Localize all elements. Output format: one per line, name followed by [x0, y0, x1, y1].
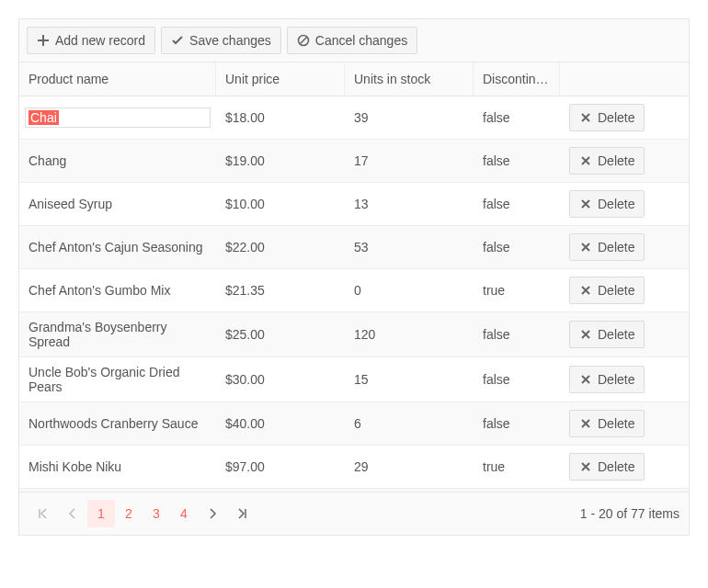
cell-unit-price[interactable]: $22.00: [216, 226, 345, 268]
cell-commands: Delete: [560, 183, 689, 225]
cell-units-in-stock[interactable]: 31: [345, 489, 474, 492]
cell-units-in-stock[interactable]: 120: [345, 312, 474, 356]
delete-button[interactable]: Delete: [569, 410, 645, 437]
cell-units-in-stock[interactable]: 0: [345, 269, 474, 311]
plus-icon: [37, 34, 50, 47]
close-icon: [579, 460, 592, 473]
pager-last-button[interactable]: [229, 500, 257, 527]
delete-label: Delete: [598, 459, 634, 474]
cancel-changes-button[interactable]: Cancel changes: [287, 27, 417, 54]
cell-product-name[interactable]: Mishi Kobe Niku: [19, 446, 216, 488]
add-new-record-label: Add new record: [55, 33, 145, 48]
column-header-units-in-stock[interactable]: Units in stock: [345, 62, 474, 96]
cell-unit-price[interactable]: $30.00: [216, 357, 345, 401]
cell-product-name[interactable]: Ikura: [19, 489, 216, 492]
cell-units-in-stock[interactable]: 53: [345, 226, 474, 268]
cell-unit-price[interactable]: $31.00: [216, 489, 345, 492]
table-row: Chai$18.0039falseDelete: [19, 96, 689, 140]
cell-units-in-stock[interactable]: 6: [345, 402, 474, 445]
cell-discontinued[interactable]: false: [474, 312, 560, 356]
grid-toolbar: Add new record Save changes Cancel chang…: [19, 19, 689, 62]
cell-commands: Delete: [560, 140, 689, 182]
cancel-changes-label: Cancel changes: [315, 33, 407, 48]
delete-label: Delete: [598, 283, 634, 298]
cell-units-in-stock[interactable]: 29: [345, 446, 474, 488]
pager-page-4[interactable]: 4: [170, 500, 198, 527]
cell-commands: Delete: [560, 226, 689, 268]
cell-discontinued[interactable]: true: [474, 269, 560, 311]
cell-units-in-stock[interactable]: 15: [345, 357, 474, 401]
column-header-unit-price[interactable]: Unit price: [216, 62, 345, 96]
cell-product-name[interactable]: Chef Anton's Gumbo Mix: [19, 269, 216, 311]
table-row: Mishi Kobe Niku$97.0029trueDelete: [19, 446, 689, 489]
cell-product-name[interactable]: Chai: [19, 96, 216, 139]
pager-next-button[interactable]: [200, 500, 227, 527]
cell-unit-price[interactable]: $25.00: [216, 312, 345, 356]
cell-unit-price[interactable]: $18.00: [216, 96, 345, 139]
cell-product-name[interactable]: Chef Anton's Cajun Seasoning: [19, 226, 216, 268]
column-header-commands: [560, 62, 689, 96]
table-row: Chef Anton's Gumbo Mix$21.350trueDelete: [19, 269, 689, 312]
column-header-product-name[interactable]: Product name: [19, 62, 216, 96]
cell-unit-price[interactable]: $40.00: [216, 402, 345, 445]
table-row: Ikura$31.0031falseDelete: [19, 489, 689, 492]
cell-discontinued[interactable]: false: [474, 96, 560, 139]
table-row: Chef Anton's Cajun Seasoning$22.0053fals…: [19, 226, 689, 269]
check-icon: [171, 34, 184, 47]
grid-body: Chai$18.0039falseDeleteChang$19.0017fals…: [19, 96, 689, 492]
cell-units-in-stock[interactable]: 17: [345, 140, 474, 182]
close-icon: [579, 417, 592, 430]
delete-label: Delete: [598, 153, 634, 168]
cell-discontinued[interactable]: false: [474, 357, 560, 401]
pager-page-2[interactable]: 2: [115, 500, 143, 527]
table-row: Chang$19.0017falseDelete: [19, 140, 689, 183]
delete-label: Delete: [598, 416, 634, 431]
cell-product-name[interactable]: Chang: [19, 140, 216, 182]
pager-first-button[interactable]: [29, 500, 56, 527]
cell-units-in-stock[interactable]: 39: [345, 96, 474, 139]
cell-units-in-stock[interactable]: 13: [345, 183, 474, 225]
pager-prev-button[interactable]: [58, 500, 86, 527]
close-icon: [579, 111, 592, 124]
cell-discontinued[interactable]: false: [474, 183, 560, 225]
cell-product-name[interactable]: Aniseed Syrup: [19, 183, 216, 225]
cell-unit-price[interactable]: $19.00: [216, 140, 345, 182]
cell-product-name[interactable]: Uncle Bob's Organic Dried Pears: [19, 357, 216, 401]
close-icon: [579, 373, 592, 386]
cell-discontinued[interactable]: true: [474, 446, 560, 488]
cell-product-name[interactable]: Northwoods Cranberry Sauce: [19, 402, 216, 445]
cancel-icon: [297, 34, 310, 47]
pager-page-3[interactable]: 3: [143, 500, 170, 527]
save-changes-button[interactable]: Save changes: [161, 27, 281, 54]
table-row: Grandma's Boysenberry Spread$25.00120fal…: [19, 312, 689, 357]
cell-discontinued[interactable]: false: [474, 489, 560, 492]
cell-unit-price[interactable]: $10.00: [216, 183, 345, 225]
delete-button[interactable]: Delete: [569, 453, 645, 481]
cell-unit-price[interactable]: $21.35: [216, 269, 345, 311]
delete-label: Delete: [598, 110, 634, 125]
cell-discontinued[interactable]: false: [474, 226, 560, 268]
delete-button[interactable]: Delete: [569, 366, 645, 393]
seek-last-icon: [237, 508, 248, 519]
cell-commands: Delete: [560, 489, 689, 492]
delete-button[interactable]: Delete: [569, 104, 645, 131]
delete-button[interactable]: Delete: [569, 147, 645, 175]
close-icon: [579, 198, 592, 210]
delete-button[interactable]: Delete: [569, 321, 645, 348]
delete-button[interactable]: Delete: [569, 277, 645, 304]
cell-commands: Delete: [560, 312, 689, 356]
delete-button[interactable]: Delete: [569, 233, 645, 261]
pager-page-1[interactable]: 1: [87, 500, 115, 527]
cell-commands: Delete: [560, 446, 689, 488]
edit-selection[interactable]: Chai: [29, 110, 59, 125]
cell-discontinued[interactable]: false: [474, 402, 560, 445]
cell-discontinued[interactable]: false: [474, 140, 560, 182]
delete-label: Delete: [598, 240, 634, 254]
delete-button[interactable]: Delete: [569, 190, 645, 218]
add-new-record-button[interactable]: Add new record: [27, 27, 155, 54]
column-header-discontinued[interactable]: Discontin…: [474, 62, 560, 96]
delete-label: Delete: [598, 327, 634, 342]
data-grid: Add new record Save changes Cancel chang…: [18, 18, 690, 536]
cell-unit-price[interactable]: $97.00: [216, 446, 345, 488]
cell-product-name[interactable]: Grandma's Boysenberry Spread: [19, 312, 216, 356]
